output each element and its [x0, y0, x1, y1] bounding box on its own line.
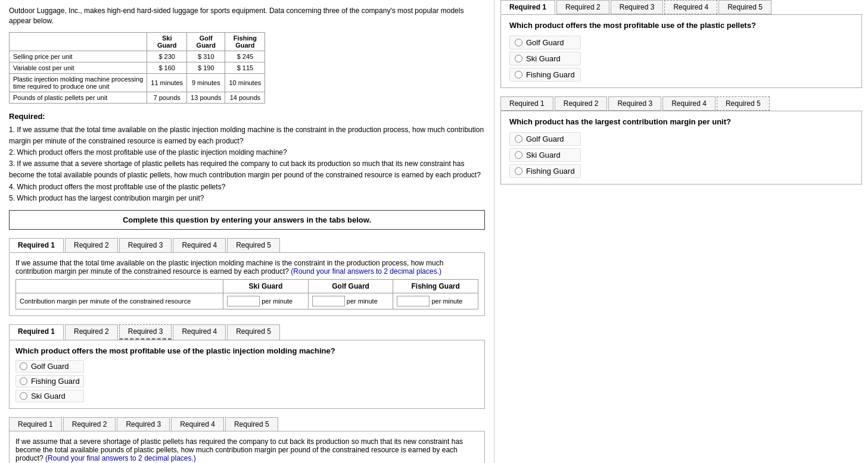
- req3-tabs-container: Required 1 Required 2 Required 3 Require…: [9, 417, 485, 463]
- col-header-ski: SkiGuard: [147, 32, 187, 51]
- req3-panel: If we assume that a severe shortage of p…: [9, 431, 485, 463]
- right-req4-option-fishing[interactable]: Fishing Guard: [509, 68, 581, 82]
- req3-note: (Round your final answers to 2 decimal p…: [45, 454, 196, 462]
- tab3-req4[interactable]: Required 4: [171, 417, 224, 431]
- col-header-empty: [10, 32, 147, 51]
- right-req4-option-ski[interactable]: Ski Guard: [509, 52, 581, 65]
- right-req4-label-fishing: Fishing Guard: [526, 70, 575, 79]
- req2-option-fishing[interactable]: Fishing Guard: [15, 375, 84, 387]
- right-tab-req1[interactable]: Required 1: [500, 0, 555, 14]
- req2-question: Which product offers the most profitable…: [15, 346, 478, 355]
- right-tab5-req3[interactable]: Required 3: [608, 96, 661, 111]
- req-item-2: 2. Which product offers the most profita…: [9, 147, 485, 158]
- row-label-pounds: Pounds of plastic pellets per unit: [10, 92, 147, 103]
- right-req5-radio-golf[interactable]: [515, 135, 522, 143]
- col-header-golf: GolfGuard: [187, 32, 225, 51]
- right-tab5-req5[interactable]: Required 5: [717, 96, 770, 111]
- data-table: SkiGuard GolfGuard FishingGuard Selling …: [9, 32, 265, 104]
- contrib-golf-input[interactable]: [312, 296, 345, 306]
- req-item-4: 4. Which product offers the most profita…: [9, 182, 485, 193]
- req2-radio-golf[interactable]: [20, 362, 27, 370]
- req3-tabs-row: Required 1 Required 2 Required 3 Require…: [9, 417, 485, 431]
- complete-box-text: Complete this question by entering your …: [123, 215, 371, 224]
- tab2-req5[interactable]: Required 5: [227, 324, 280, 340]
- right-req5-option-fishing[interactable]: Fishing Guard: [509, 164, 581, 178]
- tab-req2[interactable]: Required 2: [65, 238, 118, 252]
- req2-radio-ski[interactable]: [20, 392, 27, 400]
- right-req5-radio-fishing[interactable]: [515, 167, 522, 175]
- contrib-ski-input-cell: per minute: [223, 293, 309, 309]
- right-tab5-req1[interactable]: Required 1: [500, 96, 553, 111]
- table-row: Pounds of plastic pellets per unit 7 pou…: [10, 92, 265, 103]
- req-item-1: 1. If we assume that the total time avai…: [9, 124, 485, 147]
- complete-box: Complete this question by entering your …: [9, 210, 485, 230]
- req2-label-ski: Ski Guard: [31, 392, 66, 401]
- right-tab-req3[interactable]: Required 3: [611, 0, 664, 14]
- right-req4-tabs-container: Required 1 Required 2 Required 3 Require…: [500, 0, 862, 88]
- ski-selling: $ 230: [147, 51, 187, 62]
- golf-selling: $ 310: [187, 51, 225, 62]
- tab3-req1[interactable]: Required 1: [9, 417, 62, 431]
- right-req5-option-golf[interactable]: Golf Guard: [509, 132, 581, 146]
- req-item-5: 5. Which product has the largest contrib…: [9, 193, 485, 204]
- fishing-variable: $ 115: [225, 62, 265, 73]
- right-req5-option-ski[interactable]: Ski Guard: [509, 148, 581, 162]
- col-header-fishing: FishingGuard: [225, 32, 265, 51]
- right-req5-panel: Which product has the largest contributi…: [500, 111, 862, 184]
- tab-req5[interactable]: Required 5: [227, 238, 280, 252]
- req2-option-ski[interactable]: Ski Guard: [15, 390, 84, 402]
- contrib-row-req1: Contribution margin per minute of the co…: [16, 293, 478, 309]
- right-req5-question: Which product has the largest contributi…: [509, 117, 853, 126]
- right-req4-option-golf[interactable]: Golf Guard: [509, 36, 581, 49]
- ski-pounds: 7 pounds: [147, 92, 187, 103]
- right-req4-radio-golf[interactable]: [515, 39, 522, 46]
- row-label-molding: Plastic injection molding machine proces…: [10, 73, 147, 92]
- golf-molding: 9 minutes: [187, 73, 225, 92]
- row-label-variable: Variable cost per unit: [10, 62, 147, 73]
- tab2-req4[interactable]: Required 4: [173, 324, 226, 340]
- req2-label-fishing: Fishing Guard: [31, 377, 80, 386]
- required-title: Required:: [9, 112, 485, 121]
- right-tab-req2[interactable]: Required 2: [556, 0, 609, 14]
- req2-radio-fishing[interactable]: [20, 377, 27, 385]
- right-req5-tabs-container: Required 1 Required 2 Required 3 Require…: [500, 96, 862, 184]
- tab2-req2[interactable]: Required 2: [65, 324, 118, 340]
- right-req4-label-ski: Ski Guard: [526, 54, 561, 63]
- right-tab-req4[interactable]: Required 4: [664, 0, 717, 14]
- right-tab-req5[interactable]: Required 5: [718, 0, 771, 14]
- tab2-req1[interactable]: Required 1: [9, 324, 64, 340]
- tab-req3[interactable]: Required 3: [119, 238, 172, 252]
- req3-question-text: If we assume that a severe shortage of p…: [15, 437, 478, 462]
- tab3-req5[interactable]: Required 5: [225, 417, 278, 431]
- right-req4-radio-ski[interactable]: [515, 55, 522, 62]
- contrib-ski-unit: per minute: [262, 298, 293, 305]
- req-item-3: 3. If we assume that a severe shortage o…: [9, 158, 485, 181]
- right-req4-question: Which product offers the most profitable…: [509, 21, 853, 30]
- req1-question-text: If we assume that the total time availab…: [15, 259, 478, 276]
- right-req4-radio-fishing[interactable]: [515, 71, 522, 79]
- req2-tabs-container: Required 1 Required 2 Required 3 Require…: [9, 324, 485, 409]
- required-list: 1. If we assume that the total time avai…: [9, 124, 485, 204]
- fishing-selling: $ 245: [225, 51, 265, 62]
- right-tab5-req2[interactable]: Required 2: [555, 96, 608, 111]
- right-tab5-req4[interactable]: Required 4: [662, 96, 715, 111]
- contrib-fishing-input[interactable]: [397, 296, 430, 306]
- fishing-molding: 10 minutes: [225, 73, 265, 92]
- contrib-ski-input[interactable]: [227, 296, 260, 306]
- tab3-req3[interactable]: Required 3: [117, 417, 170, 431]
- req2-label-golf: Golf Guard: [31, 362, 69, 371]
- left-panel: Outdoor Luggage, Inc., makes high-end ha…: [0, 0, 494, 463]
- contrib-golf-input-cell: per minute: [308, 293, 393, 309]
- req1-panel: If we assume that the total time availab…: [9, 252, 485, 316]
- table-row: Variable cost per unit $ 160 $ 190 $ 115: [10, 62, 265, 73]
- tab-req1[interactable]: Required 1: [9, 238, 64, 252]
- tab2-req3[interactable]: Required 3: [119, 324, 172, 340]
- contrib-fishing-unit: per minute: [431, 298, 462, 305]
- right-req4-radio-group: Golf Guard Ski Guard Fishing Guard: [509, 36, 853, 82]
- tab-req4[interactable]: Required 4: [173, 238, 226, 252]
- right-req5-radio-ski[interactable]: [515, 151, 522, 159]
- right-req5-label-fishing: Fishing Guard: [526, 167, 575, 176]
- tab3-req2[interactable]: Required 2: [63, 417, 116, 431]
- req2-option-golf[interactable]: Golf Guard: [15, 360, 84, 373]
- right-req5-label-ski: Ski Guard: [526, 151, 561, 159]
